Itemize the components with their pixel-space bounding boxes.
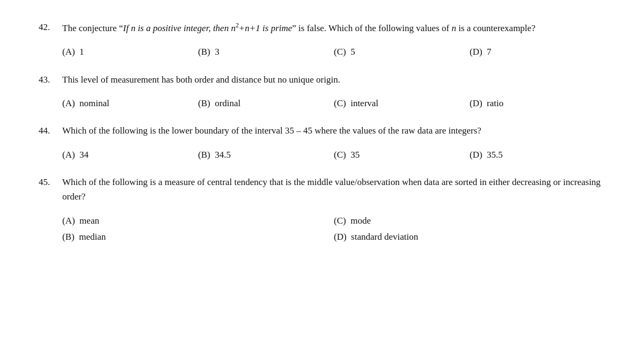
question-44-option-b[interactable]: (B) 34.5 <box>198 148 334 162</box>
option-label: (A) <box>62 47 75 57</box>
option-label: (A) <box>62 98 75 108</box>
question-43-option-c[interactable]: (C) interval <box>334 97 470 110</box>
option-label: (C) <box>334 98 346 108</box>
question-45-option-d[interactable]: (D) standard deviation <box>334 230 605 245</box>
option-label: (A) <box>62 150 75 160</box>
question-43: 43.This level of measurement has both or… <box>39 73 605 110</box>
option-value: nominal <box>79 98 109 108</box>
option-label: (B) <box>198 150 210 160</box>
question-43-options: (A) nominal(B) ordinal(C) interval(D) ra… <box>62 97 605 110</box>
question-45-body: Which of the following is a measure of c… <box>62 175 605 204</box>
question-44-option-a[interactable]: (A) 34 <box>62 148 198 162</box>
question-42-option-b[interactable]: (B) 3 <box>198 45 334 59</box>
question-45-option-b[interactable]: (B) median <box>62 230 334 245</box>
question-42-option-d[interactable]: (D) 7 <box>470 45 605 59</box>
option-value: ratio <box>487 98 503 108</box>
question-45: 45.Which of the following is a measure o… <box>39 175 605 245</box>
option-label: (B) <box>62 232 75 242</box>
question-45-options: (A) mean(C) mode(B) median(D) standard d… <box>62 213 605 245</box>
option-value: 34 <box>79 150 89 160</box>
option-value: interval <box>350 98 378 108</box>
question-45-option-c[interactable]: (C) mode <box>334 213 605 228</box>
question-44-text: 44.Which of the following is the lower b… <box>39 124 605 138</box>
question-45-option-a[interactable]: (A) mean <box>62 213 334 228</box>
question-42-option-c[interactable]: (C) 5 <box>334 45 470 59</box>
option-value: 34.5 <box>215 150 231 160</box>
question-45-text: 45.Which of the following is a measure o… <box>39 175 605 204</box>
question-45-number: 45. <box>39 175 58 204</box>
page-content: 42.The conjecture “If n is a positive in… <box>0 0 644 279</box>
option-value: 7 <box>487 47 492 57</box>
question-43-option-a[interactable]: (A) nominal <box>62 97 198 110</box>
question-43-option-b[interactable]: (B) ordinal <box>198 97 334 110</box>
question-44: 44.Which of the following is the lower b… <box>39 124 605 161</box>
option-value: mode <box>350 216 371 226</box>
option-label: (D) <box>334 232 347 242</box>
option-label: (C) <box>334 216 346 226</box>
question-42-option-a[interactable]: (A) 1 <box>62 45 198 59</box>
option-label: (B) <box>198 47 210 57</box>
option-value: 35 <box>350 150 360 160</box>
option-label: (A) <box>62 216 75 226</box>
option-value: standard deviation <box>351 232 418 242</box>
option-value: 1 <box>79 47 84 57</box>
option-label: (C) <box>334 47 346 57</box>
question-43-option-d[interactable]: (D) ratio <box>470 97 605 110</box>
option-value: mean <box>79 216 99 226</box>
question-43-body: This level of measurement has both order… <box>62 73 605 87</box>
option-value: 5 <box>350 47 355 57</box>
option-label: (D) <box>470 47 482 57</box>
question-42-body: The conjecture “If n is a positive integ… <box>62 20 605 35</box>
question-44-option-d[interactable]: (D) 35.5 <box>470 148 605 162</box>
option-label: (D) <box>470 98 482 108</box>
option-value: median <box>79 232 106 242</box>
question-43-number: 43. <box>39 73 58 87</box>
question-42-number: 42. <box>39 20 58 35</box>
question-42: 42.The conjecture “If n is a positive in… <box>39 20 605 59</box>
question-43-text: 43.This level of measurement has both or… <box>39 73 605 87</box>
option-label: (D) <box>470 150 482 160</box>
question-42-text: 42.The conjecture “If n is a positive in… <box>39 20 605 35</box>
option-value: 35.5 <box>487 150 503 160</box>
question-44-number: 44. <box>39 124 58 138</box>
option-label: (C) <box>334 150 346 160</box>
question-44-body: Which of the following is the lower boun… <box>62 124 605 138</box>
question-44-option-c[interactable]: (C) 35 <box>334 148 470 162</box>
question-42-options: (A) 1(B) 3(C) 5(D) 7 <box>62 45 605 59</box>
question-44-options: (A) 34(B) 34.5(C) 35(D) 35.5 <box>62 148 605 162</box>
option-label: (B) <box>198 98 210 108</box>
option-value: 3 <box>215 47 219 57</box>
option-value: ordinal <box>215 98 240 108</box>
